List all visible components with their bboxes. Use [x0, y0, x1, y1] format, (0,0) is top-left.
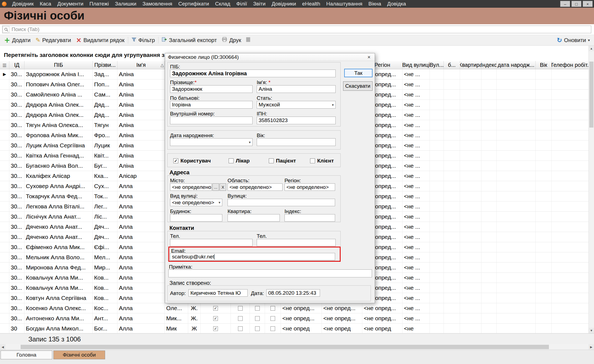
cell[interactable]	[536, 181, 552, 191]
cell[interactable]: Токарчук Алла Фед...	[24, 191, 93, 201]
cell[interactable]: Аліна	[117, 140, 165, 150]
cell[interactable]	[481, 202, 497, 211]
cell[interactable]: Алла	[117, 181, 165, 191]
cell[interactable]: 30...	[9, 140, 24, 150]
cell[interactable]	[481, 151, 497, 161]
cell[interactable]: Буг...	[93, 161, 117, 171]
cell[interactable]: <не ...	[403, 212, 430, 222]
menu-item[interactable]: Сертифікати	[175, 0, 212, 8]
oblast-field[interactable]: <не определено>	[228, 183, 283, 191]
cell[interactable]	[497, 303, 536, 313]
cell[interactable]	[497, 90, 536, 100]
cell[interactable]	[552, 263, 588, 272]
cell[interactable]	[460, 191, 481, 201]
cell[interactable]	[497, 273, 536, 283]
cell[interactable]: 30...	[9, 69, 24, 79]
cell[interactable]	[460, 120, 481, 130]
cell[interactable]	[444, 212, 460, 222]
vertical-scroll-thumb[interactable]	[589, 62, 593, 128]
cell[interactable]: Дяд...	[93, 110, 117, 120]
cell[interactable]: Квіт...	[93, 151, 117, 161]
ok-button[interactable]: Так	[344, 69, 373, 77]
cell[interactable]	[536, 242, 552, 252]
cell[interactable]	[481, 293, 497, 303]
cell[interactable]: Дяч...	[93, 232, 117, 242]
cell[interactable]: <не ...	[403, 202, 430, 211]
cell[interactable]: <не ...	[403, 100, 430, 110]
role-checkbox-klient[interactable]: Клієнт	[310, 158, 334, 164]
cell[interactable]	[430, 151, 444, 161]
cell[interactable]	[536, 232, 552, 242]
cell[interactable]	[536, 222, 552, 232]
cell[interactable]	[481, 191, 497, 201]
cell[interactable]	[536, 273, 552, 283]
horizontal-scroll-thumb[interactable]	[21, 345, 549, 349]
cell[interactable]	[460, 222, 481, 232]
cell[interactable]: Ж.	[188, 313, 201, 323]
cell[interactable]: Аліна	[117, 79, 165, 89]
cell[interactable]: Задорожнюк Аліна І...	[24, 69, 93, 79]
cell[interactable]	[444, 313, 460, 323]
cell[interactable]	[460, 90, 481, 100]
cell[interactable]	[231, 324, 250, 333]
cell[interactable]	[430, 232, 444, 242]
cell[interactable]	[265, 313, 281, 323]
cell[interactable]	[552, 212, 588, 222]
cell[interactable]	[460, 313, 481, 323]
cell[interactable]: 30...	[9, 313, 24, 323]
cell[interactable]	[430, 120, 444, 130]
scroll-right-button[interactable]: ▶	[588, 344, 594, 350]
cell[interactable]	[536, 324, 552, 333]
cell[interactable]	[460, 232, 481, 242]
cell[interactable]	[552, 293, 588, 303]
export-button[interactable]: Загальний експорт	[159, 36, 219, 44]
cell[interactable]: Сам...	[93, 90, 117, 100]
cell[interactable]	[536, 79, 552, 89]
column-header[interactable]: Телефон робіт...	[552, 61, 588, 69]
cell[interactable]: Алла	[117, 232, 165, 242]
cell[interactable]	[430, 191, 444, 201]
cell[interactable]: Дяд...	[93, 100, 117, 110]
cell[interactable]: 30...	[9, 161, 24, 171]
column-header[interactable]: дата народж...	[497, 61, 536, 69]
cell[interactable]	[481, 130, 497, 140]
cell[interactable]: 30...	[9, 191, 24, 201]
cell[interactable]: Алла	[117, 252, 165, 262]
cell[interactable]	[460, 202, 481, 211]
cell[interactable]: Луцик Аліна Сергіївна	[24, 140, 93, 150]
cell[interactable]	[552, 324, 588, 333]
cell[interactable]	[536, 202, 552, 211]
cell[interactable]	[430, 242, 444, 252]
cell[interactable]: Кха...	[93, 171, 117, 181]
cell[interactable]	[552, 181, 588, 191]
cell[interactable]	[536, 130, 552, 140]
cell[interactable]: 30...	[9, 212, 24, 222]
note-field[interactable]	[168, 269, 372, 277]
cell[interactable]	[430, 252, 444, 262]
cell[interactable]: <не ...	[403, 140, 430, 150]
cell[interactable]	[444, 202, 460, 211]
cell[interactable]	[497, 130, 536, 140]
cell[interactable]: 30...	[9, 202, 24, 211]
menu-item[interactable]: Налаштування	[323, 0, 365, 8]
cell[interactable]: Ліс...	[93, 212, 117, 222]
sex-select[interactable]: Мужской▾	[257, 101, 336, 109]
cell[interactable]: <не опред...	[281, 303, 322, 313]
cell[interactable]	[536, 120, 552, 130]
cell[interactable]	[265, 324, 281, 333]
cell[interactable]	[460, 324, 481, 333]
cell[interactable]	[481, 79, 497, 89]
cell[interactable]: Ж	[188, 324, 201, 333]
street-field[interactable]	[228, 199, 335, 206]
apartment-field[interactable]	[228, 214, 280, 222]
cell[interactable]	[460, 110, 481, 120]
cell[interactable]: 30...	[9, 252, 24, 262]
column-header[interactable]: Вік	[536, 61, 552, 69]
cell[interactable]	[497, 171, 536, 181]
table-row[interactable]: 30Богдан Алла Микол...Бог...АллаМикЖ✓<не…	[0, 324, 588, 333]
cell[interactable]: Дяч...	[93, 222, 117, 232]
column-header[interactable]: Вул...	[430, 61, 444, 69]
column-header[interactable]: Прізви...	[93, 61, 117, 69]
cell[interactable]: 30...	[9, 100, 24, 110]
scroll-down-button[interactable]: ▼	[589, 328, 594, 333]
